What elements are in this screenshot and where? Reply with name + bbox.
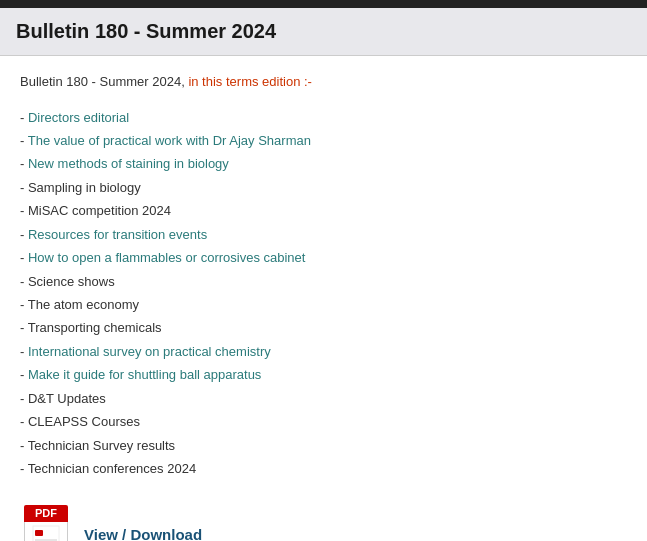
list-item: The value of practical work with Dr Ajay… [20, 129, 627, 152]
main-container: Bulletin 180 - Summer 2024 Bulletin 180 … [0, 8, 647, 541]
item-practical-work[interactable]: The value of practical work with Dr Ajay… [28, 133, 311, 148]
pdf-graphic [31, 524, 61, 541]
list-item: Make it guide for shuttling ball apparat… [20, 363, 627, 386]
list-item: MiSAC competition 2024 [20, 199, 627, 222]
top-bar [0, 0, 647, 8]
list-item: Directors editorial [20, 106, 627, 129]
intro-link[interactable]: in this terms edition :- [188, 74, 312, 89]
svg-rect-1 [35, 530, 43, 536]
item-flammables-cabinet[interactable]: How to open a flammables or corrosives c… [28, 250, 305, 265]
list-item: D&T Updates [20, 387, 627, 410]
item-sampling: Sampling in biology [28, 180, 141, 195]
title-bar: Bulletin 180 - Summer 2024 [0, 8, 647, 56]
item-shuttling-ball[interactable]: Make it guide for shuttling ball apparat… [28, 367, 261, 382]
intro-text: Bulletin 180 - Summer 2024 [20, 74, 181, 89]
list-item: Technician Survey results [20, 434, 627, 457]
pdf-icon-body [24, 522, 68, 541]
list-item: Science shows [20, 270, 627, 293]
pdf-section: PDF Adobe View / Download [20, 501, 627, 542]
list-item: The atom economy [20, 293, 627, 316]
intro-line: Bulletin 180 - Summer 2024, in this term… [20, 72, 627, 92]
list-item: New methods of staining in biology [20, 152, 627, 175]
item-cleapss: CLEAPSS Courses [28, 414, 140, 429]
list-item: International survey on practical chemis… [20, 340, 627, 363]
list-item: CLEAPSS Courses [20, 410, 627, 433]
item-science-shows: Science shows [28, 274, 115, 289]
pdf-icon: PDF Adobe [20, 505, 72, 542]
list-item: Technician conferences 2024 [20, 457, 627, 480]
item-dt-updates: D&T Updates [28, 391, 106, 406]
item-new-methods-staining[interactable]: New methods of staining in biology [28, 156, 229, 171]
list-item: Transporting chemicals [20, 316, 627, 339]
items-list: Directors editorial The value of practic… [20, 106, 627, 481]
pdf-label: PDF [24, 505, 68, 523]
item-resources-transition[interactable]: Resources for transition events [28, 227, 207, 242]
list-item: How to open a flammables or corrosives c… [20, 246, 627, 269]
page-title: Bulletin 180 - Summer 2024 [16, 20, 631, 43]
content-area: Bulletin 180 - Summer 2024, in this term… [0, 56, 647, 541]
list-item: Resources for transition events [20, 223, 627, 246]
item-transporting-chemicals: Transporting chemicals [28, 320, 162, 335]
item-technician-survey: Technician Survey results [28, 438, 175, 453]
item-international-survey[interactable]: International survey on practical chemis… [28, 344, 271, 359]
view-download-button[interactable]: View / Download [84, 526, 202, 541]
item-directors-editorial[interactable]: Directors editorial [28, 110, 129, 125]
item-atom-economy: The atom economy [28, 297, 139, 312]
item-technician-conferences: Technician conferences 2024 [28, 461, 196, 476]
item-misac: MiSAC competition 2024 [28, 203, 171, 218]
list-item: Sampling in biology [20, 176, 627, 199]
